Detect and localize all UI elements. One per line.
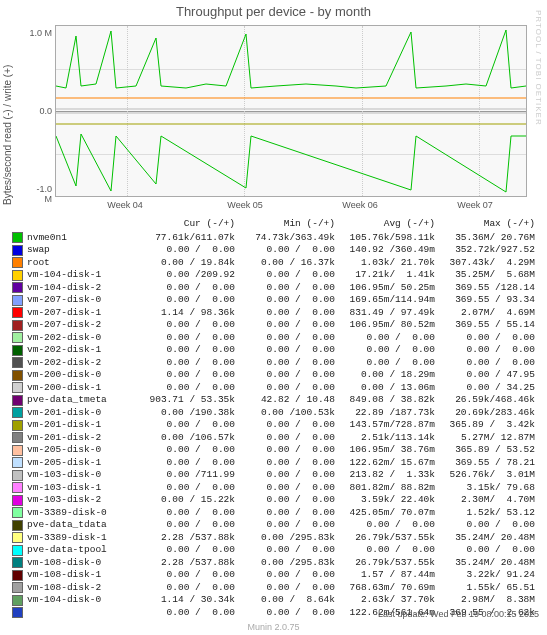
legend-avg: 831.49 / 97.49k <box>335 307 435 320</box>
legend-swatch <box>12 245 23 256</box>
legend-swatch <box>12 282 23 293</box>
legend-avg: 0.00 / 18.29m <box>335 369 435 382</box>
legend-swatch <box>12 270 23 281</box>
legend-avg: 0.00 / 0.00 <box>335 519 435 532</box>
legend-cur: 0.00 / 0.00 <box>135 319 235 332</box>
legend-min: 0.00 / 0.00 <box>235 569 335 582</box>
legend-min: 0.00 / 0.00 <box>235 382 335 395</box>
legend-row: vm-207-disk-00.00 / 0.000.00 / 0.00169.6… <box>12 294 534 307</box>
legend-row: pve-data-tpool0.00 / 0.000.00 / 0.000.00… <box>12 544 534 557</box>
legend-avg: 213.82 / 1.33k <box>335 469 435 482</box>
legend-cur: 0.00 / 0.00 <box>135 282 235 295</box>
legend-label: vm-108-disk-2 <box>27 582 135 595</box>
legend-row: vm-104-disk-01.14 / 30.34k0.00 / 8.64k2.… <box>12 594 534 607</box>
legend-max: 20.69k/283.46k <box>435 407 535 420</box>
legend-min: 0.00 / 0.00 <box>235 469 335 482</box>
legend-row: vm-201-disk-10.00 / 0.000.00 / 0.00143.5… <box>12 419 534 432</box>
legend-avg: 0.00 / 0.00 <box>335 357 435 370</box>
legend-cur: 0.00 / 0.00 <box>135 369 235 382</box>
legend-cur: 0.00 / 0.00 <box>135 332 235 345</box>
legend-max: 35.36M/ 20.76M <box>435 232 535 245</box>
legend-swatch <box>12 420 23 431</box>
legend-min: 0.00 / 0.00 <box>235 607 335 620</box>
watermark-text: PRTOOL / TOBI OETIKER <box>534 10 543 126</box>
legend-row: vm-207-disk-20.00 / 0.000.00 / 0.00106.9… <box>12 319 534 332</box>
legend-cur: 0.00 /209.92 <box>135 269 235 282</box>
legend-label: vm-3389-disk-1 <box>27 532 135 545</box>
legend-min: 0.00 / 0.00 <box>235 307 335 320</box>
legend-min: 74.73k/363.49k <box>235 232 335 245</box>
legend-max: 26.59k/468.46k <box>435 394 535 407</box>
legend-swatch <box>12 482 23 493</box>
legend-label: vm-201-disk-1 <box>27 419 135 432</box>
legend-min: 0.00 / 0.00 <box>235 432 335 445</box>
legend-swatch <box>12 507 23 518</box>
legend-avg: 17.21k/ 1.41k <box>335 269 435 282</box>
legend-row: pve-data_tmeta903.71 / 53.35k42.82 / 10.… <box>12 394 534 407</box>
legend-avg: 768.63m/ 70.69m <box>335 582 435 595</box>
legend-swatch <box>12 532 23 543</box>
legend-swatch <box>12 607 23 618</box>
legend-min: 0.00 / 0.00 <box>235 419 335 432</box>
legend-row: vm-103-disk-10.00 / 0.000.00 / 0.00801.8… <box>12 482 534 495</box>
legend-max: 365.89 / 53.52 <box>435 444 535 457</box>
legend-cur: 0.00 / 0.00 <box>135 244 235 257</box>
legend-label: nvme0n1 <box>27 232 135 245</box>
legend-swatch <box>12 432 23 443</box>
legend-max: 3.22k/ 91.24 <box>435 569 535 582</box>
legend-row: vm-104-disk-20.00 / 0.000.00 / 0.00106.9… <box>12 282 534 295</box>
legend-label: vm-108-disk-1 <box>27 569 135 582</box>
legend-min: 42.82 / 10.48 <box>235 394 335 407</box>
legend-min: 0.00 / 0.00 <box>235 519 335 532</box>
legend-cur: 1.14 / 98.36k <box>135 307 235 320</box>
legend-avg: 801.82m/ 88.82m <box>335 482 435 495</box>
legend-label: vm-200-disk-1 <box>27 382 135 395</box>
legend-cur: 0.00 / 0.00 <box>135 294 235 307</box>
legend-cur: 0.00 / 0.00 <box>135 419 235 432</box>
legend-table: Cur (-/+) Min (-/+) Avg (-/+) Max (-/+) … <box>12 218 534 619</box>
legend-max: 352.72k/927.52 <box>435 244 535 257</box>
legend-row: vm-108-disk-02.28 /537.88k0.00 /295.83k2… <box>12 557 534 570</box>
legend-swatch <box>12 295 23 306</box>
x-tick: Week 06 <box>330 200 390 210</box>
legend-row: vm-207-disk-11.14 / 98.36k0.00 / 0.00831… <box>12 307 534 320</box>
legend-label: vm-103-disk-1 <box>27 482 135 495</box>
col-header-max: Max (-/+) <box>435 218 535 231</box>
chart-svg <box>56 26 526 196</box>
legend-avg: 22.89 /187.73k <box>335 407 435 420</box>
legend-row: nvme0n177.61k/611.07k74.73k/363.49k105.7… <box>12 232 534 245</box>
chart-title: Throughput per device - by month <box>0 0 547 19</box>
legend-label: vm-104-disk-1 <box>27 269 135 282</box>
legend-avg: 106.95m/ 38.76m <box>335 444 435 457</box>
legend-label: vm-103-disk-2 <box>27 494 135 507</box>
legend-swatch <box>12 520 23 531</box>
legend-min: 0.00 / 0.00 <box>235 332 335 345</box>
legend-min: 0.00 / 0.00 <box>235 582 335 595</box>
y-tick: 1.0 M <box>28 28 52 38</box>
col-header-min: Min (-/+) <box>235 218 335 231</box>
legend-max: 1.55k/ 65.51 <box>435 582 535 595</box>
legend-label: vm-103-disk-0 <box>27 469 135 482</box>
legend-max: 0.00 / 0.00 <box>435 344 535 357</box>
legend-row: vm-104-disk-10.00 /209.920.00 / 0.0017.2… <box>12 269 534 282</box>
legend-min: 0.00 / 0.00 <box>235 244 335 257</box>
y-tick: 0.0 <box>28 106 52 116</box>
legend-label: pve-data_tmeta <box>27 394 135 407</box>
legend-min: 0.00 / 0.00 <box>235 319 335 332</box>
legend-label: vm-202-disk-1 <box>27 344 135 357</box>
legend-swatch <box>12 545 23 556</box>
legend-avg: 0.00 / 13.06m <box>335 382 435 395</box>
legend-cur: 0.00 / 0.00 <box>135 357 235 370</box>
legend-max: 369.55 / 55.14 <box>435 319 535 332</box>
legend-swatch <box>12 370 23 381</box>
legend-label: pve-data-tpool <box>27 544 135 557</box>
legend-min: 0.00 / 0.00 <box>235 369 335 382</box>
legend-swatch <box>12 582 23 593</box>
legend-cur: 0.00 / 0.00 <box>135 482 235 495</box>
legend-swatch <box>12 495 23 506</box>
legend-cur: 0.00 / 19.84k <box>135 257 235 270</box>
legend-max: 307.43k/ 4.29M <box>435 257 535 270</box>
legend-avg: 2.63k/ 37.70k <box>335 594 435 607</box>
col-header-avg: Avg (-/+) <box>335 218 435 231</box>
legend-label: vm-108-disk-0 <box>27 557 135 570</box>
